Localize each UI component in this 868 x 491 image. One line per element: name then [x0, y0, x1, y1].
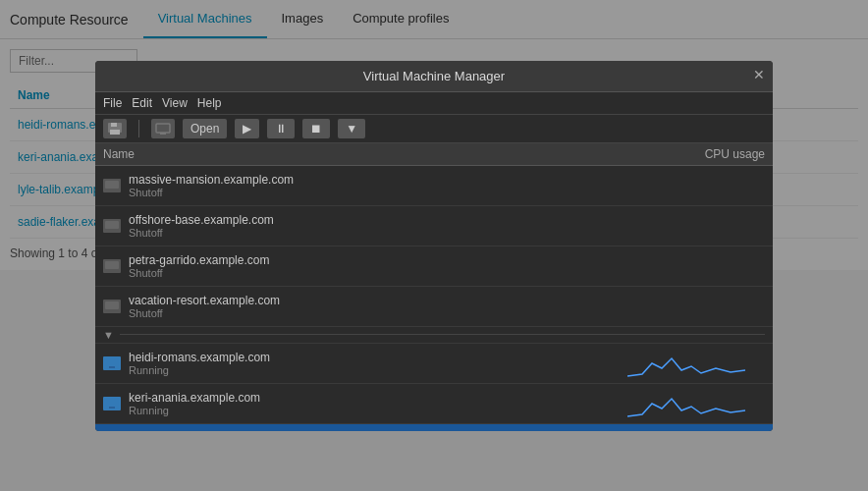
svg-rect-2: [111, 123, 117, 127]
svg-rect-1: [110, 130, 120, 135]
modal-vmm: Virtual Machine Manager ✕ File Edit View…: [95, 61, 773, 271]
modal-overlay: Virtual Machine Manager ✕ File Edit View…: [0, 0, 868, 270]
svg-rect-6: [109, 189, 115, 191]
vm-icon: [103, 259, 121, 271]
vm-row-name: offshore-base.example.com: [129, 213, 627, 227]
svg-rect-5: [105, 181, 119, 189]
svg-rect-4: [160, 133, 166, 135]
vm-row-name: petra-garrido.example.com: [129, 253, 627, 267]
menu-file[interactable]: File: [103, 96, 122, 110]
menu-view[interactable]: View: [162, 96, 188, 110]
menu-edit[interactable]: Edit: [132, 96, 152, 110]
modal-vm-row[interactable]: offshore-base.example.com Shutoff: [95, 206, 773, 246]
svg-rect-7: [105, 221, 119, 229]
vm-row-status: Shutoff: [129, 227, 627, 239]
vm-info: offshore-base.example.com Shutoff: [129, 213, 627, 239]
toolbar-save-icon[interactable]: [103, 119, 127, 138]
vm-icon: [103, 179, 121, 192]
modal-body: massive-mansion.example.com Shutoff offs…: [95, 166, 773, 271]
modal-table-header: Name CPU usage: [95, 143, 773, 166]
toolbar-more-button[interactable]: ▼: [338, 119, 365, 138]
modal-toolbar: Open ▶ ⏸ ⏹ ▼: [95, 115, 773, 143]
vm-info: petra-garrido.example.com Shutoff: [129, 253, 627, 271]
vm-cpu-chart: [627, 251, 765, 271]
modal-vm-row[interactable]: massive-mansion.example.com Shutoff: [95, 166, 773, 206]
modal-menubar: File Edit View Help: [95, 92, 773, 115]
vm-info: massive-mansion.example.com Shutoff: [129, 173, 627, 198]
svg-rect-3: [156, 124, 170, 133]
toolbar-stop-button[interactable]: ⏹: [302, 119, 330, 138]
svg-rect-10: [109, 269, 115, 271]
svg-rect-8: [109, 229, 115, 231]
toolbar-separator-1: [138, 120, 139, 137]
modal-col-name: Name: [103, 147, 627, 161]
vm-icon: [103, 219, 121, 233]
toolbar-open-button[interactable]: Open: [183, 119, 227, 138]
vm-cpu-chart: [627, 171, 765, 200]
toolbar-pause-button[interactable]: ⏸: [267, 119, 295, 138]
vm-row-name: massive-mansion.example.com: [129, 173, 627, 187]
modal-col-cpu: CPU usage: [627, 147, 765, 161]
toolbar-play-button[interactable]: ▶: [235, 119, 259, 138]
vm-row-status: Shutoff: [129, 187, 627, 198]
vm-cpu-chart: [627, 211, 765, 241]
modal-title-bar: Virtual Machine Manager ✕: [95, 61, 773, 92]
modal-close-button[interactable]: ✕: [753, 67, 765, 82]
modal-vm-row[interactable]: petra-garrido.example.com Shutoff: [95, 246, 773, 271]
toolbar-screen-icon[interactable]: [151, 119, 175, 138]
svg-rect-9: [105, 261, 119, 269]
menu-help[interactable]: Help: [197, 96, 222, 110]
modal-title: Virtual Machine Manager: [363, 69, 505, 83]
vm-row-status: Shutoff: [129, 267, 627, 271]
